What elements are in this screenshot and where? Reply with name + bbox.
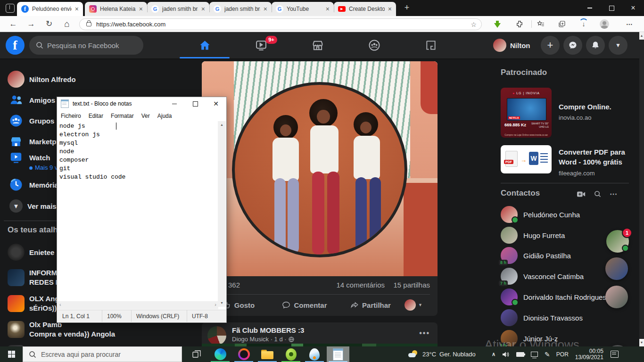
ad-title[interactable]: Compre Online.: [559, 102, 632, 112]
action-center-icon[interactable]: [611, 351, 619, 358]
tab-close-icon[interactable]: ×: [262, 6, 269, 12]
hidden-icons-chevron[interactable]: ∧: [492, 351, 495, 357]
collections-icon[interactable]: [556, 18, 568, 30]
group-avatar[interactable]: [207, 326, 226, 345]
reaction-count[interactable]: 362: [228, 281, 240, 289]
comment-count[interactable]: 14 comentários: [336, 281, 385, 289]
messenger-button[interactable]: [563, 36, 582, 55]
ad-image-pdf-word[interactable]: PDF → W: [501, 145, 552, 173]
notepad-maximize-button[interactable]: [185, 97, 206, 110]
new-tab-button[interactable]: +: [402, 3, 412, 13]
battery-icon[interactable]: [516, 352, 524, 357]
contact-hugo[interactable]: Hugo Furreta: [497, 225, 610, 246]
contact-gidiao[interactable]: 8 h Gidião Pastilha: [497, 245, 610, 266]
scroll-left-arrow[interactable]: ‹: [59, 302, 61, 307]
browser-profile-icon[interactable]: [599, 18, 610, 30]
taskbar-app-format-factory[interactable]: [303, 346, 326, 362]
taskbar-app-disc[interactable]: [232, 346, 255, 362]
nav-marketplace-tab[interactable]: [292, 34, 344, 57]
post-author[interactable]: Diogo Musick · 1 d ·: [232, 336, 287, 343]
menu-ficheiro[interactable]: Ficheiro: [57, 113, 85, 119]
window-close-button[interactable]: ×: [622, 0, 644, 16]
tab-close-icon[interactable]: ×: [74, 6, 80, 12]
nav-home-tab[interactable]: [179, 34, 231, 57]
post-menu-icon[interactable]: •••: [419, 329, 430, 337]
favorites-bar-icon[interactable]: [535, 18, 546, 30]
contact-peludoneo[interactable]: Peludóneo Cunha: [497, 204, 610, 225]
tab-close-icon[interactable]: ×: [324, 6, 331, 12]
create-button[interactable]: +: [541, 36, 560, 55]
pen-icon[interactable]: ✎: [545, 351, 550, 358]
new-room-icon[interactable]: [577, 191, 586, 197]
share-button[interactable]: Partilhar: [338, 296, 404, 314]
menu-ver[interactable]: Ver: [138, 113, 154, 119]
account-menu-button[interactable]: ▼: [609, 36, 627, 55]
sidebar-item-profile[interactable]: Nilton Alfredo: [0, 69, 198, 90]
group-name[interactable]: Fã Club MOBBERS :3: [232, 326, 304, 334]
notifications-button[interactable]: [586, 36, 605, 55]
contact-dionisio[interactable]: Dionisio Travassos: [497, 307, 610, 328]
ad-domain[interactable]: inovia.co.ao: [559, 114, 591, 121]
chat-head-2[interactable]: [605, 257, 628, 280]
start-button[interactable]: [0, 346, 23, 362]
taskbar-app-green[interactable]: [280, 346, 302, 362]
tab-close-icon[interactable]: ×: [200, 6, 206, 12]
window-minimize-button[interactable]: [579, 0, 601, 16]
taskbar-app-edge[interactable]: [209, 346, 231, 362]
taskbar-app-file-explorer[interactable]: [256, 346, 279, 362]
address-bar[interactable]: https://web.facebook.com ☆: [79, 18, 482, 30]
nav-watch-tab[interactable]: [235, 34, 287, 57]
comment-as-profile[interactable]: ▼: [405, 299, 422, 311]
search-contacts-icon[interactable]: [594, 190, 601, 197]
taskbar-clock[interactable]: 00:05 13/09/2021: [575, 348, 603, 361]
volume-icon[interactable]: [502, 351, 510, 358]
notepad-vertical-scrollbar[interactable]: ▲ ▼: [218, 121, 226, 307]
tab-google-search-2[interactable]: G jaden smith braids - P ×: [209, 2, 272, 16]
contact-vasconcel[interactable]: 7 h Vasconcel Catimba: [497, 266, 610, 287]
contacts-menu-icon[interactable]: ⋯: [610, 189, 618, 198]
taskbar-app-notepad[interactable]: [327, 346, 349, 362]
menu-editar[interactable]: Editar: [85, 113, 107, 119]
facebook-logo[interactable]: f: [6, 36, 25, 55]
notepad-horizontal-scrollbar[interactable]: ‹ ›: [58, 301, 218, 309]
scroll-right-arrow[interactable]: ›: [215, 302, 216, 307]
refresh-icon[interactable]: ↻: [43, 18, 55, 30]
taskbar-search[interactable]: Escreva aqui para procurar: [23, 346, 182, 362]
menu-formatar[interactable]: Formatar: [107, 113, 138, 119]
scroll-down-arrow[interactable]: ▼: [639, 339, 644, 346]
tab-instagram[interactable]: Helena Kateia (@h_kat ×: [85, 2, 147, 16]
tab-facebook[interactable]: f Peludóneo enviou-te u ×: [17, 2, 83, 16]
scroll-down-arrow[interactable]: ▼: [218, 299, 226, 307]
downloads-icon[interactable]: ↓: [578, 18, 589, 30]
profile-shortcut[interactable]: Nilton: [493, 36, 530, 55]
tab-actions-menu-icon[interactable]: [6, 4, 15, 13]
menu-ajuda[interactable]: Ajuda: [154, 113, 176, 119]
add-favorite-icon[interactable]: ☆: [471, 21, 477, 28]
contact-dorivaldo[interactable]: Dorivaldo Itachi Rodrigues: [497, 287, 610, 307]
post-photo[interactable]: [202, 61, 438, 276]
page-scrollbar[interactable]: ▲ ▼: [639, 32, 644, 346]
tab-create-desktop-app[interactable]: ▶ Create Desktop Applic ×: [334, 2, 396, 16]
notepad-minimize-button[interactable]: [164, 97, 185, 110]
tab-google-search-1[interactable]: G jaden smith braids – P ×: [147, 2, 209, 16]
back-icon[interactable]: ←: [8, 18, 19, 30]
chat-head-1[interactable]: 1: [606, 230, 629, 253]
language-indicator[interactable]: POR: [556, 351, 569, 358]
scroll-up-arrow[interactable]: ▲: [218, 121, 226, 129]
settings-menu-icon[interactable]: ⋯: [624, 18, 636, 30]
ad-image-lg-inovia[interactable]: ● LG | INOVIA NETFLIX 669.885 Kz SMART T…: [501, 88, 552, 138]
nav-gaming-tab[interactable]: [405, 34, 457, 57]
taskbar-weather[interactable]: 23°C Ger. Nublado: [408, 346, 476, 362]
tab-close-icon[interactable]: ×: [138, 6, 144, 12]
tab-close-icon[interactable]: ×: [387, 6, 393, 12]
tab-youtube-search[interactable]: G YouTube ×: [272, 2, 334, 16]
chat-head-3[interactable]: [605, 286, 628, 308]
download-extension-icon[interactable]: [492, 18, 503, 30]
notepad-text-area[interactable]: node js electron js mysql node composer …: [58, 121, 218, 307]
home-icon[interactable]: ⌂: [61, 18, 73, 30]
task-view-button[interactable]: [185, 346, 208, 362]
notepad-close-button[interactable]: ✕: [206, 97, 226, 110]
comment-button[interactable]: Comentar: [272, 296, 338, 314]
nav-groups-tab[interactable]: [348, 34, 400, 57]
network-icon[interactable]: [531, 352, 538, 357]
